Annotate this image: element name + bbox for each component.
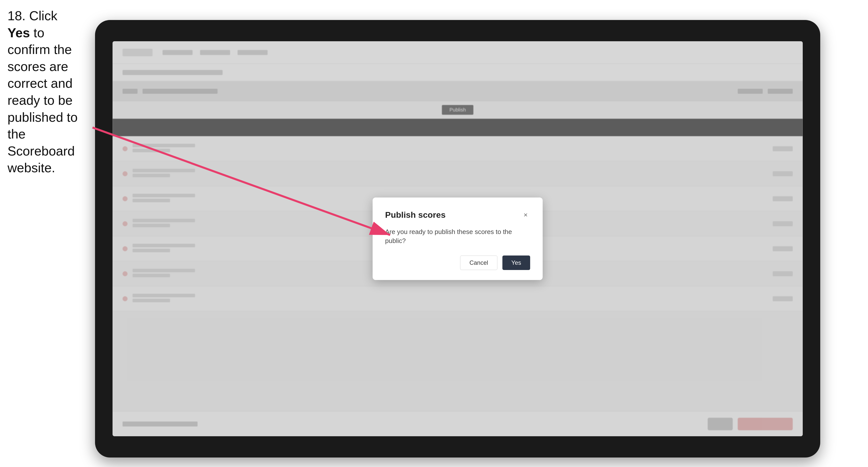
modal-footer: Cancel Yes	[385, 255, 530, 270]
modal-title: Publish scores	[385, 210, 446, 220]
bold-yes: Yes	[7, 26, 30, 40]
step-number: 18.	[7, 8, 26, 23]
tablet-frame: Publish	[95, 20, 820, 458]
instruction-after: to confirm the scores are correct and re…	[7, 26, 78, 175]
yes-button[interactable]: Yes	[502, 255, 530, 270]
instruction-text: 18. Click Yes to confirm the scores are …	[7, 7, 83, 177]
modal-close-button[interactable]: ×	[521, 211, 530, 219]
instruction-before-bold: Click	[29, 8, 58, 23]
modal-dialog: Publish scores × Are you ready to publis…	[373, 197, 542, 280]
tablet-screen: Publish	[113, 41, 803, 436]
cancel-button[interactable]: Cancel	[460, 255, 497, 270]
modal-body-text: Are you ready to publish these scores to…	[385, 227, 530, 246]
modal-header: Publish scores ×	[385, 210, 530, 220]
